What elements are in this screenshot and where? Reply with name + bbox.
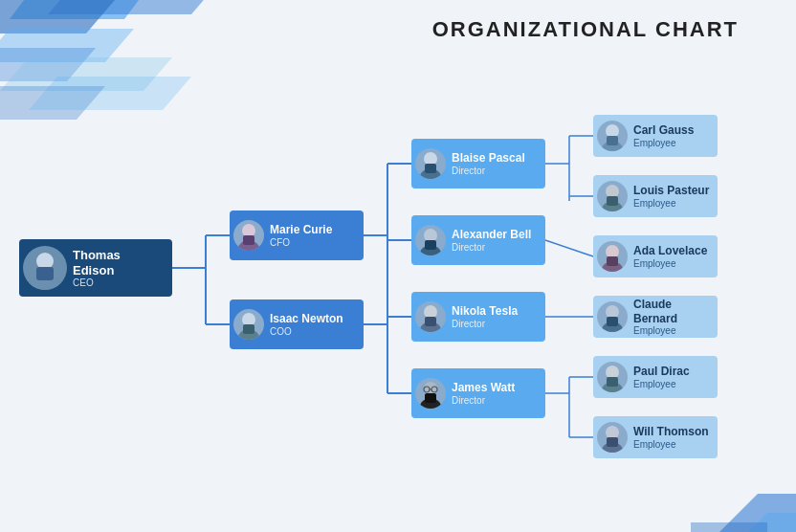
person-icon-e4 [597, 301, 628, 332]
person-icon-e6 [597, 422, 628, 453]
director-1-role: Director [452, 166, 525, 176]
person-icon-e2 [597, 181, 628, 211]
node-employee-3: Ada Lovelace Employee [593, 235, 718, 277]
svg-point-38 [242, 313, 255, 326]
director-3-text: Nikola Tesla Director [452, 304, 518, 328]
svg-marker-3 [0, 29, 134, 62]
cfo-text: Marie Curie CFO [270, 223, 332, 247]
svg-rect-64 [607, 256, 618, 266]
svg-point-62 [606, 245, 619, 258]
node-ceo: Thomas Edison CEO [19, 239, 172, 297]
svg-rect-70 [607, 377, 618, 387]
employee-5-text: Paul Dirac Employee [633, 365, 690, 388]
person-icon-e1 [597, 121, 628, 151]
svg-rect-40 [243, 324, 254, 334]
employee-1-role: Employee [633, 138, 694, 148]
avatar-employee-3 [597, 241, 628, 272]
node-employee-4: Claude Bernard Employee [593, 296, 718, 338]
person-icon-coo [233, 309, 264, 340]
svg-marker-2 [0, 0, 115, 33]
ceo-text: Thomas Edison CEO [73, 248, 165, 288]
avatar-director-3 [415, 301, 446, 332]
svg-point-41 [424, 152, 437, 166]
avatar-director-4 [415, 378, 446, 409]
director-1-name: Blaise Pascal [452, 151, 525, 165]
svg-point-71 [606, 426, 619, 439]
avatar-employee-1 [597, 121, 628, 151]
svg-rect-61 [607, 196, 618, 206]
node-employee-5: Paul Dirac Employee [593, 356, 718, 398]
svg-rect-55 [425, 393, 436, 403]
coo-role: COO [270, 326, 343, 337]
svg-rect-58 [607, 136, 618, 145]
svg-point-56 [606, 124, 619, 138]
avatar-employee-4 [597, 301, 628, 332]
director-3-role: Director [452, 319, 518, 329]
employee-3-name: Ada Lovelace [633, 244, 707, 257]
person-icon-d4 [415, 378, 446, 409]
employee-6-name: Will Thomson [633, 425, 709, 438]
employee-4-name: Claude Bernard [633, 298, 710, 325]
coo-name: Isaac Newton [270, 312, 343, 325]
avatar-director-1 [415, 148, 446, 179]
avatar-employee-6 [597, 422, 628, 453]
director-2-role: Director [452, 242, 531, 253]
svg-rect-37 [243, 235, 254, 245]
avatar-coo [233, 309, 264, 340]
coo-text: Isaac Newton COO [270, 312, 343, 336]
director-4-role: Director [452, 395, 515, 406]
person-icon-d1 [415, 148, 446, 179]
svg-point-65 [606, 305, 619, 319]
employee-6-text: Will Thomson Employee [633, 425, 709, 449]
svg-rect-67 [607, 317, 618, 326]
avatar-employee-5 [597, 362, 628, 392]
employee-2-name: Louis Pasteur [633, 184, 709, 197]
director-1-text: Blaise Pascal Director [452, 151, 525, 175]
svg-rect-43 [425, 164, 436, 173]
avatar-director-2 [415, 225, 446, 255]
node-director-3: Nikola Tesla Director [411, 292, 545, 342]
person-icon-e5 [597, 362, 628, 392]
svg-rect-73 [607, 437, 618, 447]
avatar-cfo [233, 220, 264, 251]
node-cfo: Marie Curie CFO [230, 211, 364, 260]
org-chart: Thomas Edison CEO Marie Curie CFO [10, 62, 786, 521]
avatar-employee-2 [597, 181, 628, 211]
page-title: ORGANIZATIONAL CHART [432, 17, 739, 42]
person-icon-cfo [233, 220, 264, 251]
svg-point-47 [424, 305, 437, 319]
employee-6-role: Employee [633, 439, 709, 450]
svg-marker-10 [691, 522, 767, 532]
node-director-2: Alexander Bell Director [411, 215, 545, 265]
svg-rect-46 [425, 240, 436, 250]
ceo-role: CEO [73, 277, 165, 288]
person-icon-e3 [597, 241, 628, 272]
employee-5-role: Employee [633, 379, 690, 389]
person-icon-d2 [415, 225, 446, 255]
director-4-text: James Watt Director [452, 381, 515, 405]
svg-rect-49 [425, 317, 436, 326]
employee-1-name: Carl Gauss [633, 123, 694, 137]
svg-line-26 [545, 240, 593, 256]
employee-1-text: Carl Gauss Employee [633, 123, 694, 147]
cfo-role: CFO [270, 237, 332, 248]
node-director-1: Blaise Pascal Director [411, 139, 545, 188]
node-coo: Isaac Newton COO [230, 299, 364, 349]
avatar-ceo [23, 246, 67, 290]
employee-5-name: Paul Dirac [633, 365, 690, 378]
employee-2-text: Louis Pasteur Employee [633, 184, 709, 208]
node-employee-1: Carl Gauss Employee [593, 115, 718, 157]
person-icon-d3 [415, 301, 446, 332]
employee-3-text: Ada Lovelace Employee [633, 244, 707, 268]
svg-rect-34 [36, 267, 54, 280]
director-2-name: Alexander Bell [452, 228, 531, 241]
svg-marker-0 [10, 0, 153, 19]
director-3-name: Nikola Tesla [452, 304, 518, 318]
svg-point-44 [424, 229, 437, 242]
employee-2-role: Employee [633, 198, 709, 209]
node-director-4: James Watt Director [411, 368, 545, 418]
node-employee-6: Will Thomson Employee [593, 416, 718, 458]
cfo-name: Marie Curie [270, 223, 332, 236]
svg-marker-1 [48, 0, 220, 14]
employee-4-role: Employee [633, 325, 710, 336]
